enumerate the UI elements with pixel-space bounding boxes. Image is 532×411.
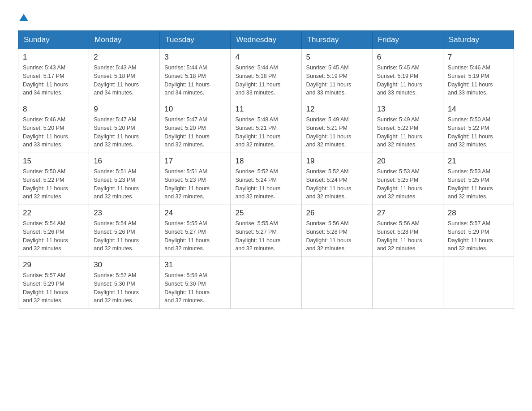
day-number: 29	[23, 261, 84, 270]
calendar-cell: 15 Sunrise: 5:50 AM Sunset: 5:22 PM Dayl…	[18, 153, 89, 205]
day-info: Sunrise: 5:47 AM Sunset: 5:20 PM Dayligh…	[94, 116, 155, 149]
day-info: Sunrise: 5:45 AM Sunset: 5:19 PM Dayligh…	[377, 64, 438, 97]
weekday-header-friday: Friday	[372, 31, 443, 49]
day-number: 28	[448, 209, 509, 218]
day-number: 25	[235, 209, 296, 218]
day-info: Sunrise: 5:45 AM Sunset: 5:19 PM Dayligh…	[306, 64, 368, 97]
calendar-cell: 18 Sunrise: 5:52 AM Sunset: 5:24 PM Dayl…	[231, 153, 301, 205]
day-number: 30	[94, 261, 155, 270]
day-number: 19	[306, 157, 368, 166]
day-info: Sunrise: 5:57 AM Sunset: 5:30 PM Dayligh…	[94, 271, 155, 305]
calendar-cell: 25 Sunrise: 5:55 AM Sunset: 5:27 PM Dayl…	[231, 205, 301, 257]
calendar-week-row: 29 Sunrise: 5:57 AM Sunset: 5:29 PM Dayl…	[18, 257, 514, 309]
day-number: 8	[23, 105, 84, 114]
calendar-week-row: 15 Sunrise: 5:50 AM Sunset: 5:22 PM Dayl…	[18, 153, 514, 205]
calendar-cell: 3 Sunrise: 5:44 AM Sunset: 5:18 PM Dayli…	[160, 49, 231, 101]
day-number: 6	[377, 53, 438, 62]
calendar-cell: 8 Sunrise: 5:46 AM Sunset: 5:20 PM Dayli…	[18, 101, 89, 153]
calendar-cell: 6 Sunrise: 5:45 AM Sunset: 5:19 PM Dayli…	[372, 49, 443, 101]
day-number: 23	[94, 209, 155, 218]
calendar-header-row: SundayMondayTuesdayWednesdayThursdayFrid…	[18, 31, 514, 49]
calendar-cell: 31 Sunrise: 5:58 AM Sunset: 5:30 PM Dayl…	[160, 257, 231, 309]
day-number: 9	[94, 105, 155, 114]
calendar-cell: 10 Sunrise: 5:47 AM Sunset: 5:20 PM Dayl…	[160, 101, 231, 153]
day-number: 7	[448, 53, 509, 62]
day-number: 26	[306, 209, 368, 218]
calendar-cell: 23 Sunrise: 5:54 AM Sunset: 5:26 PM Dayl…	[89, 205, 160, 257]
calendar-cell: 9 Sunrise: 5:47 AM Sunset: 5:20 PM Dayli…	[89, 101, 160, 153]
day-info: Sunrise: 5:50 AM Sunset: 5:22 PM Dayligh…	[448, 116, 509, 149]
calendar-cell: 13 Sunrise: 5:49 AM Sunset: 5:22 PM Dayl…	[372, 101, 443, 153]
day-info: Sunrise: 5:57 AM Sunset: 5:29 PM Dayligh…	[23, 271, 84, 305]
calendar-week-row: 8 Sunrise: 5:46 AM Sunset: 5:20 PM Dayli…	[18, 101, 514, 153]
day-number: 15	[23, 157, 84, 166]
calendar-cell: 1 Sunrise: 5:43 AM Sunset: 5:17 PM Dayli…	[18, 49, 89, 101]
calendar-cell: 4 Sunrise: 5:44 AM Sunset: 5:18 PM Dayli…	[231, 49, 301, 101]
day-info: Sunrise: 5:47 AM Sunset: 5:20 PM Dayligh…	[164, 116, 226, 149]
calendar-cell	[231, 257, 301, 309]
day-info: Sunrise: 5:54 AM Sunset: 5:26 PM Dayligh…	[94, 219, 155, 253]
day-number: 20	[377, 157, 438, 166]
day-info: Sunrise: 5:44 AM Sunset: 5:18 PM Dayligh…	[235, 64, 296, 97]
day-info: Sunrise: 5:52 AM Sunset: 5:24 PM Dayligh…	[306, 167, 368, 201]
day-info: Sunrise: 5:50 AM Sunset: 5:22 PM Dayligh…	[23, 167, 84, 201]
day-number: 31	[164, 261, 226, 270]
calendar-cell: 28 Sunrise: 5:57 AM Sunset: 5:29 PM Dayl…	[443, 205, 514, 257]
day-info: Sunrise: 5:58 AM Sunset: 5:30 PM Dayligh…	[164, 271, 226, 305]
day-number: 18	[235, 157, 296, 166]
calendar-cell: 14 Sunrise: 5:50 AM Sunset: 5:22 PM Dayl…	[443, 101, 514, 153]
day-number: 22	[23, 209, 84, 218]
day-info: Sunrise: 5:52 AM Sunset: 5:24 PM Dayligh…	[235, 167, 296, 201]
calendar-cell: 19 Sunrise: 5:52 AM Sunset: 5:24 PM Dayl…	[301, 153, 372, 205]
day-number: 21	[448, 157, 509, 166]
svg-marker-0	[19, 14, 28, 21]
logo-triangle-icon	[19, 13, 29, 21]
day-info: Sunrise: 5:51 AM Sunset: 5:23 PM Dayligh…	[164, 167, 226, 201]
day-number: 13	[377, 105, 438, 114]
day-number: 16	[94, 157, 155, 166]
day-info: Sunrise: 5:55 AM Sunset: 5:27 PM Dayligh…	[164, 219, 226, 253]
weekday-header-monday: Monday	[89, 31, 160, 49]
calendar-cell: 27 Sunrise: 5:56 AM Sunset: 5:28 PM Dayl…	[372, 205, 443, 257]
day-info: Sunrise: 5:57 AM Sunset: 5:29 PM Dayligh…	[448, 219, 509, 253]
logo	[18, 13, 29, 21]
day-info: Sunrise: 5:53 AM Sunset: 5:25 PM Dayligh…	[377, 167, 438, 201]
day-number: 4	[235, 53, 296, 62]
day-number: 3	[164, 53, 226, 62]
weekday-header-thursday: Thursday	[301, 31, 372, 49]
day-info: Sunrise: 5:46 AM Sunset: 5:19 PM Dayligh…	[448, 64, 509, 97]
day-info: Sunrise: 5:43 AM Sunset: 5:18 PM Dayligh…	[94, 64, 155, 97]
calendar-cell: 26 Sunrise: 5:56 AM Sunset: 5:28 PM Dayl…	[301, 205, 372, 257]
calendar-cell: 22 Sunrise: 5:54 AM Sunset: 5:26 PM Dayl…	[18, 205, 89, 257]
day-number: 17	[164, 157, 226, 166]
day-number: 1	[23, 53, 84, 62]
calendar-cell	[301, 257, 372, 309]
calendar-cell	[372, 257, 443, 309]
calendar-cell: 11 Sunrise: 5:48 AM Sunset: 5:21 PM Dayl…	[231, 101, 301, 153]
weekday-header-saturday: Saturday	[443, 31, 514, 49]
day-info: Sunrise: 5:55 AM Sunset: 5:27 PM Dayligh…	[235, 219, 296, 253]
calendar-cell: 16 Sunrise: 5:51 AM Sunset: 5:23 PM Dayl…	[89, 153, 160, 205]
calendar-table: SundayMondayTuesdayWednesdayThursdayFrid…	[18, 30, 514, 309]
day-number: 5	[306, 53, 368, 62]
calendar-cell: 17 Sunrise: 5:51 AM Sunset: 5:23 PM Dayl…	[160, 153, 231, 205]
calendar-cell: 12 Sunrise: 5:49 AM Sunset: 5:21 PM Dayl…	[301, 101, 372, 153]
calendar-cell: 30 Sunrise: 5:57 AM Sunset: 5:30 PM Dayl…	[89, 257, 160, 309]
day-info: Sunrise: 5:46 AM Sunset: 5:20 PM Dayligh…	[23, 116, 84, 149]
day-number: 14	[448, 105, 509, 114]
calendar-week-row: 1 Sunrise: 5:43 AM Sunset: 5:17 PM Dayli…	[18, 49, 514, 101]
day-number: 2	[94, 53, 155, 62]
calendar-cell	[443, 257, 514, 309]
day-info: Sunrise: 5:48 AM Sunset: 5:21 PM Dayligh…	[235, 116, 296, 149]
day-info: Sunrise: 5:53 AM Sunset: 5:25 PM Dayligh…	[448, 167, 509, 201]
day-info: Sunrise: 5:54 AM Sunset: 5:26 PM Dayligh…	[23, 219, 84, 253]
day-info: Sunrise: 5:56 AM Sunset: 5:28 PM Dayligh…	[306, 219, 368, 253]
calendar-cell: 29 Sunrise: 5:57 AM Sunset: 5:29 PM Dayl…	[18, 257, 89, 309]
day-info: Sunrise: 5:49 AM Sunset: 5:22 PM Dayligh…	[377, 116, 438, 149]
day-number: 11	[235, 105, 296, 114]
day-number: 12	[306, 105, 368, 114]
day-info: Sunrise: 5:49 AM Sunset: 5:21 PM Dayligh…	[306, 116, 368, 149]
weekday-header-sunday: Sunday	[18, 31, 89, 49]
day-number: 10	[164, 105, 226, 114]
weekday-header-tuesday: Tuesday	[160, 31, 231, 49]
